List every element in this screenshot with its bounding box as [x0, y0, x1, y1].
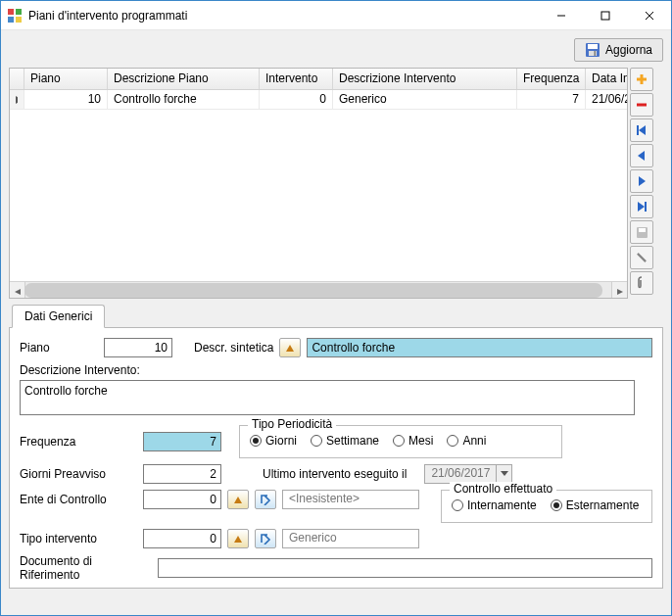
ente-lookup-button[interactable] — [227, 490, 249, 509]
svg-rect-9 — [588, 44, 598, 49]
lookup-descr-button[interactable] — [279, 338, 301, 357]
window: Piani d'intervento programmati Aggiorna … — [0, 0, 672, 616]
preavviso-input[interactable] — [143, 464, 221, 484]
cell-descr-int: Generico — [333, 90, 517, 109]
radio-esternamente[interactable]: Esternamente — [551, 498, 640, 512]
radio-anni[interactable]: Anni — [447, 434, 486, 448]
client-area: Aggiorna Piano Descrizione Piano Interve… — [1, 30, 671, 615]
refresh-button[interactable]: Aggiorna — [574, 38, 663, 62]
window-title: Piani d'intervento programmati — [28, 9, 539, 23]
svg-marker-12 — [16, 96, 18, 104]
svg-marker-16 — [639, 125, 646, 135]
svg-rect-17 — [637, 125, 639, 135]
toolbar: Aggiorna — [9, 38, 663, 62]
tipo-intervento-label: Tipo intervento — [20, 532, 137, 545]
descr-sintetica-input[interactable] — [307, 338, 652, 357]
svg-line-25 — [638, 254, 646, 261]
svg-rect-21 — [645, 202, 647, 212]
tab-content: Piano Descr. sintetica Descrizione Inter… — [10, 327, 662, 588]
col-descr-piano[interactable]: Descrizione Piano — [108, 69, 260, 89]
remove-row-button[interactable] — [630, 93, 653, 117]
grid-body: 10 Controllo forche 0 Generico 7 21/06/2… — [10, 90, 627, 281]
cell-piano: 10 — [24, 90, 108, 109]
tipo-jump-button[interactable] — [255, 529, 276, 548]
frequenza-input[interactable] — [143, 432, 221, 451]
radio-internamente[interactable]: Internamente — [452, 498, 537, 512]
col-frequenza[interactable]: Frequenza — [517, 69, 586, 89]
tipo-periodicita-group: Tipo Periodicità Giorni Settimane Mesi A… — [239, 425, 562, 458]
next-record-button[interactable] — [630, 169, 653, 193]
grid-hscroll[interactable]: ◂ ▸ — [10, 281, 627, 298]
svg-marker-18 — [638, 151, 645, 161]
svg-rect-5 — [601, 12, 609, 20]
cell-descr-piano: Controllo forche — [108, 90, 260, 109]
svg-rect-3 — [16, 17, 22, 23]
refresh-label: Aggiorna — [605, 43, 652, 57]
descr-sintetica-label: Descr. sintetica — [194, 341, 273, 355]
maximize-button[interactable] — [583, 1, 627, 29]
controllo-effettuato-legend: Controllo effettuato — [450, 482, 556, 496]
table-row[interactable]: 10 Controllo forche 0 Generico 7 21/06/2… — [10, 90, 627, 110]
documento-riferimento-input[interactable] — [158, 558, 652, 578]
scroll-thumb[interactable] — [24, 283, 602, 298]
minimize-button[interactable] — [539, 1, 583, 29]
attachment-button[interactable] — [630, 271, 653, 295]
ente-jump-button[interactable] — [255, 490, 276, 509]
col-descr-intervento[interactable]: Descrizione Intervento — [333, 69, 517, 89]
descr-intervento-label: Descrizione Intervento: — [20, 363, 652, 377]
ente-controllo-label: Ente di Controllo — [20, 490, 137, 506]
radio-settimane[interactable]: Settimane — [311, 434, 379, 448]
col-data[interactable]: Data Inte — [586, 69, 627, 89]
last-record-button[interactable] — [630, 195, 653, 218]
grid-header: Piano Descrizione Piano Intervento Descr… — [10, 69, 627, 90]
add-row-button[interactable] — [630, 68, 653, 91]
tabstrip: Dati Generici — [9, 305, 663, 328]
first-record-button[interactable] — [630, 118, 653, 142]
piano-label: Piano — [20, 341, 98, 355]
tipo-periodicita-legend: Tipo Periodicità — [248, 417, 336, 431]
svg-marker-29 — [234, 536, 242, 543]
scroll-right-icon[interactable]: ▸ — [612, 282, 627, 299]
piano-input[interactable] — [104, 338, 172, 357]
grid-corner — [10, 69, 24, 89]
col-piano[interactable]: Piano — [24, 69, 108, 89]
col-intervento[interactable]: Intervento — [260, 69, 333, 89]
data-grid[interactable]: Piano Descrizione Piano Intervento Descr… — [9, 68, 628, 299]
tipo-intervento-text: Generico — [282, 529, 419, 548]
chevron-down-icon — [496, 465, 511, 483]
descr-intervento-text[interactable]: Controllo forche — [20, 380, 635, 415]
svg-marker-28 — [234, 497, 242, 503]
ente-controllo-text: <Inesistente> — [282, 490, 419, 509]
radio-giorni[interactable]: Giorni — [250, 434, 297, 448]
svg-rect-11 — [594, 51, 596, 56]
titlebar: Piani d'intervento programmati — [1, 1, 671, 30]
svg-rect-0 — [8, 9, 14, 15]
svg-marker-20 — [638, 202, 645, 212]
svg-marker-26 — [286, 345, 294, 352]
close-button[interactable] — [627, 1, 671, 29]
radio-mesi[interactable]: Mesi — [393, 434, 433, 448]
delete-record-button[interactable] — [630, 246, 653, 269]
prev-record-button[interactable] — [630, 144, 653, 167]
tipo-intervento-input[interactable] — [143, 529, 221, 548]
row-indicator-icon — [10, 90, 24, 109]
tab-dati-generici[interactable]: Dati Generici — [12, 305, 105, 328]
documento-riferimento-label: Documento di Riferimento — [20, 554, 152, 582]
ultimo-intervento-date[interactable]: 21/06/2017 — [424, 464, 512, 484]
cell-intervento: 0 — [260, 90, 333, 109]
svg-marker-19 — [639, 176, 646, 186]
tipo-lookup-button[interactable] — [227, 529, 249, 548]
controllo-effettuato-group: Controllo effettuato Internamente Estern… — [441, 490, 652, 523]
ente-controllo-input[interactable] — [143, 490, 221, 509]
svg-marker-27 — [501, 471, 508, 476]
save-icon — [585, 42, 600, 58]
scroll-left-icon[interactable]: ◂ — [10, 282, 24, 299]
frequenza-label: Frequenza — [20, 435, 137, 449]
app-icon — [7, 8, 23, 24]
cell-data: 21/06/201 — [586, 90, 627, 109]
save-record-button[interactable] — [630, 220, 653, 244]
window-controls — [539, 1, 671, 29]
cell-freq: 7 — [517, 90, 586, 109]
ultimo-intervento-label: Ultimo intervento eseguito il — [263, 467, 407, 481]
svg-rect-1 — [16, 9, 22, 15]
